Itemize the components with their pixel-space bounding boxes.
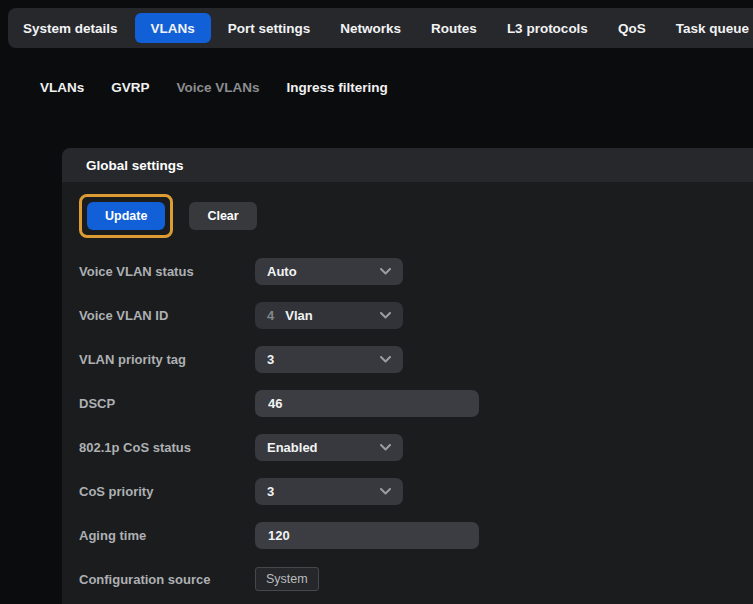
field-label: VLAN priority tag [79, 352, 255, 367]
subtab-ingress-filtering[interactable]: Ingress filtering [287, 70, 388, 106]
field-label: Voice VLAN status [79, 264, 255, 279]
field-row-cos-status: 802.1p CoS status Enabled [79, 425, 733, 469]
field-label: Configuration source [79, 572, 255, 587]
field-label: CoS priority [79, 484, 255, 499]
tab-l3-protocols[interactable]: L3 protocols [492, 8, 603, 48]
field-row-aging-time: Aging time [79, 513, 733, 557]
chevron-down-icon [380, 268, 391, 275]
tab-system-details[interactable]: System details [8, 8, 133, 48]
cos-status-select[interactable]: Enabled [255, 434, 403, 461]
configuration-source-value: System [255, 567, 319, 591]
field-label: Voice VLAN ID [79, 308, 255, 323]
tab-qos[interactable]: QoS [603, 8, 661, 48]
subtab-vlans[interactable]: VLANs [40, 70, 84, 106]
select-value: Auto [267, 264, 297, 279]
select-value: Vlan [285, 308, 312, 323]
select-value: Enabled [267, 440, 318, 455]
field-label: Aging time [79, 528, 255, 543]
voice-vlan-status-select[interactable]: Auto [255, 258, 403, 285]
field-label: DSCP [79, 396, 255, 411]
field-row-dscp: DSCP [79, 381, 733, 425]
panel-header: Global settings [62, 148, 753, 182]
chevron-down-icon [380, 444, 391, 451]
panel-body: Update Clear Voice VLAN status Auto Voic… [62, 182, 753, 601]
chevron-down-icon [380, 356, 391, 363]
global-settings-panel: Global settings Update Clear Voice VLAN … [62, 148, 753, 604]
tab-networks[interactable]: Networks [325, 8, 416, 48]
tab-port-settings[interactable]: Port settings [213, 8, 326, 48]
voice-vlan-id-select[interactable]: 4 Vlan [255, 302, 403, 329]
cos-priority-select[interactable]: 3 [255, 478, 403, 505]
button-row: Update Clear [79, 194, 733, 238]
tab-vlans[interactable]: VLANs [135, 13, 211, 43]
clear-button[interactable]: Clear [189, 202, 256, 230]
field-row-voice-vlan-id: Voice VLAN ID 4 Vlan [79, 293, 733, 337]
subtab-gvrp[interactable]: GVRP [111, 70, 149, 106]
aging-time-input[interactable] [255, 522, 479, 549]
voice-vlan-form: Voice VLAN status Auto Voice VLAN ID 4 V… [79, 249, 733, 601]
chevron-down-icon [380, 488, 391, 495]
update-button[interactable]: Update [87, 202, 165, 230]
field-row-cos-priority: CoS priority 3 [79, 469, 733, 513]
field-label: 802.1p CoS status [79, 440, 255, 455]
select-value: 3 [267, 352, 274, 367]
dscp-input[interactable] [255, 390, 479, 417]
subtab-voice-vlans[interactable]: Voice VLANs [177, 70, 260, 106]
chevron-down-icon [380, 312, 391, 319]
field-row-vlan-priority-tag: VLAN priority tag 3 [79, 337, 733, 381]
select-value: 3 [267, 484, 274, 499]
field-row-configuration-source: Configuration source System [79, 557, 733, 601]
update-button-highlight: Update [79, 194, 173, 238]
top-navigation: System details VLANs Port settings Netwo… [8, 8, 753, 48]
field-row-voice-vlan-status: Voice VLAN status Auto [79, 249, 733, 293]
tab-task-queue[interactable]: Task queue [661, 8, 753, 48]
select-value-group: 4 Vlan [267, 308, 313, 323]
vlan-id-prefix: 4 [267, 308, 274, 323]
vlans-sub-navigation: VLANs GVRP Voice VLANs Ingress filtering [40, 70, 388, 106]
vlan-priority-tag-select[interactable]: 3 [255, 346, 403, 373]
tab-routes[interactable]: Routes [416, 8, 492, 48]
panel-title: Global settings [86, 158, 184, 173]
